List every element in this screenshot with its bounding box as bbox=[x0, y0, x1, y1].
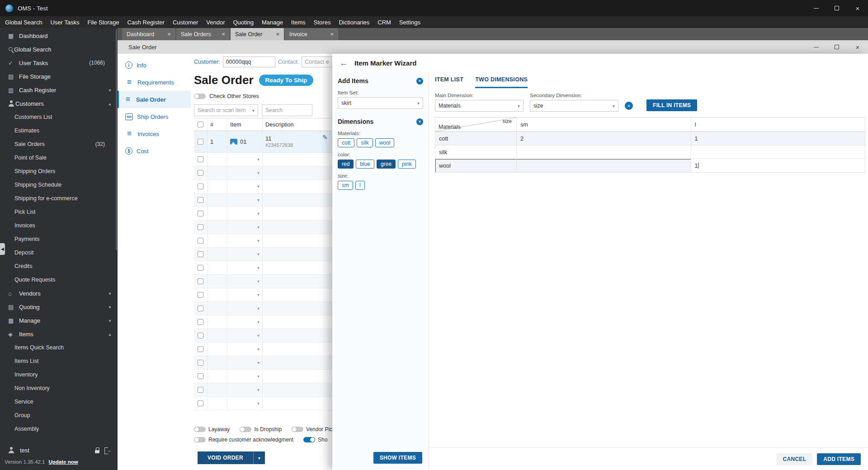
item-set-select[interactable]: skirt ▾ bbox=[338, 97, 423, 109]
row-checkbox[interactable] bbox=[198, 333, 203, 338]
item-dropdown-caret-icon[interactable]: ▾ bbox=[257, 170, 259, 175]
table-row[interactable]: ▾ bbox=[194, 153, 332, 166]
table-row[interactable]: ▾ bbox=[194, 370, 332, 383]
toggle-switch[interactable] bbox=[194, 437, 206, 442]
void-order-button[interactable]: VOID ORDER bbox=[198, 451, 253, 464]
item-dropdown-caret-icon[interactable]: ▾ bbox=[257, 333, 259, 338]
sidebar-item[interactable]: ▤ File Storage bbox=[0, 70, 118, 83]
menu-item[interactable]: User Tasks bbox=[46, 16, 83, 28]
tab-close-icon[interactable]: × bbox=[276, 31, 279, 38]
grid-cell[interactable] bbox=[517, 146, 691, 159]
row-checkbox[interactable] bbox=[198, 224, 203, 230]
sidebar-item[interactable]: Assembly bbox=[0, 422, 118, 436]
sidebar-item[interactable]: Global Search bbox=[0, 42, 118, 56]
sidebar-item[interactable]: ✓ User Tasks (1066) bbox=[0, 56, 118, 70]
sidebar-item[interactable]: Estimates bbox=[0, 124, 118, 137]
sidebar-item[interactable]: ⌂ Vendors ▾ bbox=[0, 287, 118, 300]
contact-input[interactable] bbox=[302, 56, 332, 67]
row-checkbox[interactable] bbox=[198, 197, 203, 203]
item-dropdown-caret-icon[interactable]: ▾ bbox=[257, 279, 259, 284]
document-tab[interactable]: Invoice × bbox=[285, 28, 338, 40]
table-row[interactable]: ▾ bbox=[194, 329, 332, 343]
dimension-chip[interactable]: blue bbox=[356, 160, 374, 169]
table-row[interactable]: ▾ bbox=[194, 261, 332, 275]
item-search-select[interactable]: Search or scan item ▾ bbox=[194, 104, 258, 116]
sidebar-item[interactable]: Service bbox=[0, 395, 118, 409]
close-add-items-icon[interactable]: × bbox=[416, 78, 423, 85]
table-row[interactable]: ▾ bbox=[194, 193, 332, 207]
close-button[interactable]: × bbox=[847, 0, 868, 16]
row-checkbox[interactable] bbox=[198, 156, 203, 162]
toggle-switch[interactable] bbox=[194, 427, 206, 432]
table-row[interactable]: ▾ bbox=[194, 248, 332, 261]
sidebar-item[interactable]: Customers List bbox=[0, 110, 118, 124]
table-row[interactable]: ▾ bbox=[194, 397, 332, 410]
menu-item[interactable]: Settings bbox=[395, 16, 425, 28]
sidebar-item[interactable]: Credits bbox=[0, 259, 118, 273]
document-tab[interactable]: Sale Order × bbox=[231, 28, 284, 40]
row-checkbox[interactable] bbox=[198, 360, 203, 366]
table-row[interactable]: ▾ bbox=[194, 275, 332, 288]
sidebar-item[interactable]: Non Inventory bbox=[0, 381, 118, 395]
sidebar-item[interactable]: Inventory bbox=[0, 368, 118, 381]
sidebar-item[interactable]: Quote Requests bbox=[0, 273, 118, 287]
table-row[interactable]: ▾ bbox=[194, 221, 332, 234]
menu-item[interactable]: CRM bbox=[373, 16, 395, 28]
row-checkbox[interactable] bbox=[198, 139, 203, 145]
sidebar-scrollbar[interactable] bbox=[116, 29, 117, 250]
sidebar-item[interactable]: Pick List bbox=[0, 205, 118, 219]
tab-close-icon[interactable]: × bbox=[167, 31, 171, 38]
grid-cell-focused[interactable]: 1 bbox=[691, 159, 866, 173]
row-checkbox[interactable] bbox=[198, 278, 203, 284]
inner-restore-button[interactable] bbox=[826, 40, 847, 54]
menu-item[interactable]: Quoting bbox=[229, 16, 258, 28]
customer-input[interactable] bbox=[223, 56, 275, 67]
edit-pencil-icon[interactable]: ✎ bbox=[322, 134, 328, 141]
row-checkbox[interactable] bbox=[198, 211, 203, 216]
form-nav-requirements[interactable]: ≡ Requirements bbox=[118, 74, 191, 91]
menu-item[interactable]: Manage bbox=[258, 16, 287, 28]
grid-cell[interactable] bbox=[691, 146, 866, 159]
item-dropdown-caret-icon[interactable]: ▾ bbox=[257, 401, 259, 406]
item-dropdown-caret-icon[interactable]: ▾ bbox=[257, 374, 259, 379]
item-dropdown-caret-icon[interactable]: ▾ bbox=[257, 387, 259, 392]
maximize-button[interactable] bbox=[826, 0, 847, 16]
sidebar-item[interactable]: Shipping for e-commerce bbox=[0, 192, 118, 205]
header-checkbox[interactable] bbox=[198, 122, 203, 127]
table-row[interactable]: ▾ bbox=[194, 315, 332, 329]
sidebar-item[interactable]: ◈ Items ▴ bbox=[0, 327, 118, 341]
document-tab[interactable]: Dashboard × bbox=[122, 28, 175, 40]
close-dimensions-icon[interactable]: × bbox=[416, 118, 423, 125]
form-nav-info[interactable]: i Info bbox=[118, 56, 191, 74]
table-row[interactable]: ▾ bbox=[194, 234, 332, 248]
item-dropdown-caret-icon[interactable]: ▾ bbox=[257, 320, 259, 324]
sidebar-item[interactable]: Shipping Orders bbox=[0, 164, 118, 178]
sidebar-item[interactable]: Items Quick Search bbox=[0, 341, 118, 354]
tab-item-list[interactable]: ITEM LIST bbox=[435, 76, 463, 88]
grid-cell[interactable]: 2 bbox=[517, 132, 691, 146]
table-row[interactable]: ▾ bbox=[194, 302, 332, 315]
sidebar-item[interactable]: Sale Orders (32) bbox=[0, 137, 118, 151]
row-checkbox[interactable] bbox=[198, 373, 203, 379]
main-dimension-select[interactable]: Materials ▾ bbox=[435, 100, 524, 112]
menu-item[interactable]: File Storage bbox=[83, 16, 123, 28]
fill-in-items-button[interactable]: FILL IN ITEMS bbox=[646, 99, 697, 111]
table-row[interactable]: ▾ bbox=[194, 166, 332, 180]
back-arrow-icon[interactable]: ← bbox=[340, 59, 348, 67]
menu-item[interactable]: Cash Register bbox=[123, 16, 169, 28]
sidebar-item[interactable]: Group bbox=[0, 409, 118, 422]
row-checkbox[interactable] bbox=[198, 319, 203, 325]
void-order-dropdown[interactable]: ▾ bbox=[253, 451, 265, 464]
sidebar-item[interactable]: Shipping Schedule bbox=[0, 178, 118, 192]
tab-close-icon[interactable]: × bbox=[330, 31, 334, 38]
cancel-button[interactable]: CANCEL bbox=[776, 453, 812, 465]
item-dropdown-caret-icon[interactable]: ▾ bbox=[257, 265, 259, 270]
form-nav-cost[interactable]: $ Cost bbox=[118, 142, 191, 160]
show-items-button[interactable]: SHOW ITEMS bbox=[373, 452, 422, 464]
row-checkbox[interactable] bbox=[198, 346, 203, 352]
item-dropdown-caret-icon[interactable]: ▾ bbox=[257, 225, 259, 230]
menu-item[interactable]: Dictionaries bbox=[335, 16, 373, 28]
item-dropdown-caret-icon[interactable]: ▾ bbox=[257, 157, 259, 162]
sidebar-item[interactable]: ▦ Dashboard bbox=[0, 29, 118, 42]
lock-icon[interactable] bbox=[94, 447, 100, 453]
